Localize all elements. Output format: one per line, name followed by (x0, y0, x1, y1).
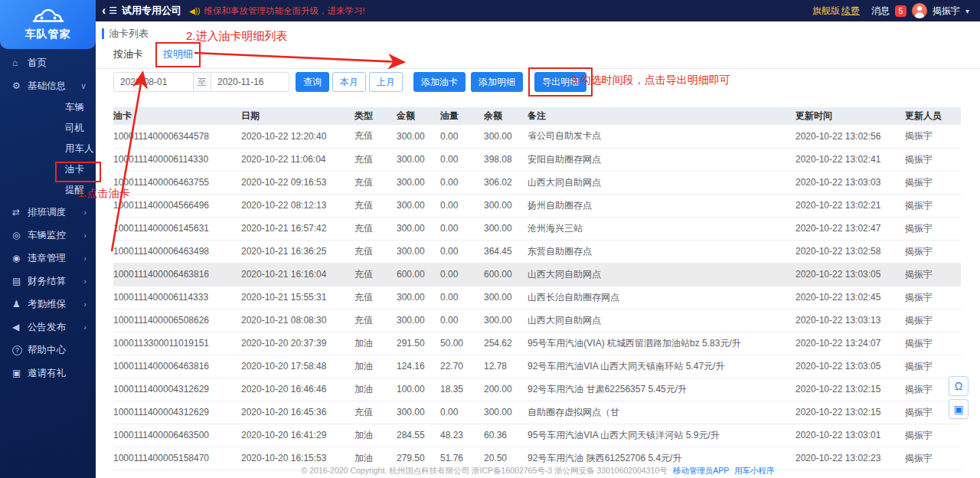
date-from-input[interactable] (113, 72, 194, 92)
username[interactable]: 揭振宇 (933, 5, 960, 18)
table-cell: 300.00 (397, 309, 440, 332)
table-cell: 2020-10-22 09:16:53 (241, 171, 354, 194)
table-cell: 600.00 (397, 263, 440, 286)
sidebar-item-label: 邀请有礼 (28, 367, 66, 380)
table-row[interactable]: 10001114000043126292020-10-20 16:46:46加油… (113, 378, 961, 401)
table-row[interactable]: 10001114000061143332020-10-21 15:55:31充值… (113, 286, 961, 309)
renew-link[interactable]: 续费 (841, 5, 860, 18)
table-cell: 沧州海兴三站 (528, 217, 795, 240)
gift-icon: ▣ (12, 368, 28, 378)
col-header-amount[interactable]: 金额 (397, 107, 440, 125)
table-cell: 95号车用汽油(VIA) 杭城西留泗路加油站bz 5.83元/升 (528, 332, 795, 355)
annotation-box-tab: 按明细 (155, 42, 201, 67)
search-button[interactable]: 查询 (296, 72, 329, 92)
sidebar-item-invite[interactable]: ▣邀请有礼 (0, 362, 96, 385)
col-header-fuel[interactable]: 油量 (440, 107, 484, 125)
mini-program-link[interactable]: 用车小程序 (734, 466, 775, 475)
table-row[interactable]: 10001114000064634982020-10-21 16:36:25充值… (113, 240, 961, 263)
col-header-updated-by[interactable]: 更新人员 (905, 107, 961, 125)
sidebar-item-help-center[interactable]: ?帮助中心 (0, 339, 96, 362)
company-name[interactable]: 试用专用公司 (122, 4, 181, 18)
table-cell: 2020-10-22 12:20:40 (241, 125, 354, 148)
table-cell: 306.02 (484, 171, 528, 194)
col-header-date[interactable]: 日期 (241, 107, 354, 125)
chevron-right-icon: › (83, 231, 87, 240)
table-cell: 2020-10-21 08:08:30 (241, 309, 354, 332)
table-cell: 300.00 (397, 125, 440, 148)
chevron-right-icon: › (83, 277, 87, 286)
table-row[interactable]: 10001114000064638162020-10-20 17:58:48加油… (113, 355, 961, 378)
sidebar-item-announcements[interactable]: ◀公告发布› (0, 316, 96, 339)
add-detail-button[interactable]: 添加明细 (471, 72, 523, 92)
table-row[interactable]: 10001114000065086262020-10-21 08:08:30充值… (113, 309, 961, 332)
table-cell: 1000111400006344578 (113, 125, 241, 148)
collapse-sidebar-icon[interactable]: ‹ (102, 4, 106, 18)
headset-icon: Ω (955, 380, 962, 392)
chevron-down-icon[interactable]: ▾ (965, 7, 969, 15)
sidebar-item-car-users[interactable]: 用车人 (0, 139, 96, 159)
col-header-updated-at[interactable]: 更新时间 (795, 107, 905, 125)
tab-by-fuel-card[interactable]: 按油卡 (113, 47, 143, 68)
table-row[interactable]: 10001114000061143302020-10-22 11:06:04充值… (113, 148, 961, 171)
messages-link[interactable]: 消息 (871, 5, 890, 18)
table-cell: 充值 (354, 217, 397, 240)
col-header-card[interactable]: 油卡 (113, 107, 241, 125)
export-detail-button[interactable]: 导出明细 (534, 72, 586, 92)
gear-icon: ⚙ (12, 80, 28, 91)
sidebar-item-basic-info[interactable]: ⚙基础信息∨ (0, 74, 96, 97)
table-cell: 1000111400006114333 (113, 286, 241, 309)
sidebar-item-attendance[interactable]: ♟考勤维保› (0, 293, 96, 316)
add-fuel-card-button[interactable]: 添加油卡 (413, 72, 466, 92)
sidebar-item-vehicle-monitor[interactable]: ◎车辆监控› (0, 224, 96, 247)
table-cell: 50.00 (440, 332, 484, 355)
last-month-button[interactable]: 上月 (369, 72, 403, 92)
date-to-input[interactable] (211, 72, 289, 92)
table-cell: 2020-10-21 16:36:25 (241, 240, 354, 263)
table-cell: 0.00 (440, 194, 484, 217)
table-cell: 2020-10-22 13:02:47 (795, 217, 905, 240)
announce-icon: ◀ (12, 322, 28, 332)
table-cell: 18.35 (440, 378, 484, 401)
sidebar-item-vehicles[interactable]: 车辆 (0, 97, 96, 118)
avatar[interactable] (912, 3, 927, 18)
table-row[interactable]: 10001114000061456312020-10-21 16:57:42充值… (113, 217, 961, 240)
table-cell: 2020-10-20 16:46:46 (241, 378, 354, 401)
table-row[interactable]: 10001114000045664962020-10-22 08:12:13充值… (113, 194, 961, 217)
tab-by-detail[interactable]: 按明细 (163, 48, 193, 60)
table-cell: 2020-10-20 16:45:36 (241, 401, 354, 424)
admin-app-link[interactable]: 移动管理员APP (673, 466, 729, 475)
table-cell: 2020-10-22 13:02:41 (795, 148, 905, 171)
sidebar-item-label: 违章管理 (28, 252, 66, 265)
table-cell: 124.16 (397, 355, 440, 378)
customer-service-button[interactable]: Ω (949, 376, 969, 396)
this-month-button[interactable]: 本月 (332, 72, 366, 92)
sidebar-item-scheduling[interactable]: ⇄排班调度› (0, 201, 96, 224)
table-cell: 398.08 (484, 148, 528, 171)
table-cell: 2020-10-20 20:37:39 (241, 332, 354, 355)
table-cell: 1000113300011019151 (113, 332, 241, 355)
announcement-text[interactable]: 维保和事故管理功能全面升级，进来学习! (204, 5, 364, 17)
table-cell: 0.00 (440, 217, 484, 240)
sidebar-item-drivers[interactable]: 司机 (0, 118, 96, 139)
table-row[interactable]: 10001114000063445782020-10-22 12:20:40充值… (113, 125, 961, 148)
table-row[interactable]: 10001114000064635002020-10-20 16:41:29加油… (113, 424, 961, 447)
menu-list-icon[interactable]: ☰ (109, 5, 117, 16)
gift-button[interactable]: ▣ (949, 399, 969, 419)
table-cell: 100.00 (397, 378, 440, 401)
messages-count-badge: 5 (895, 5, 906, 17)
table-row[interactable]: 10001114000043126292020-10-20 16:45:36充值… (113, 401, 961, 424)
sidebar-item-fuel-card[interactable]: 油卡 (0, 159, 96, 180)
table-cell: 284.55 (397, 424, 440, 447)
sidebar-item-finance[interactable]: ▤财务结算› (0, 270, 96, 293)
col-header-balance[interactable]: 余额 (484, 107, 528, 125)
col-header-type[interactable]: 类型 (354, 107, 397, 125)
table-cell: 充值 (354, 309, 397, 332)
table-row[interactable]: 10001133000110191512020-10-20 20:37:39加油… (113, 332, 961, 355)
sidebar-item-home[interactable]: ⌂首页 (0, 51, 96, 74)
table-row[interactable]: 10001114000064638162020-10-21 16:16:04充值… (113, 263, 961, 286)
sidebar-item-violations[interactable]: ◉违章管理› (0, 247, 96, 270)
sidebar-item-reminders[interactable]: 提醒 (0, 180, 96, 201)
table-cell: 22.70 (440, 355, 484, 378)
col-header-note[interactable]: 备注 (528, 107, 795, 125)
table-row[interactable]: 10001114000064637552020-10-22 09:16:53充值… (113, 171, 961, 194)
